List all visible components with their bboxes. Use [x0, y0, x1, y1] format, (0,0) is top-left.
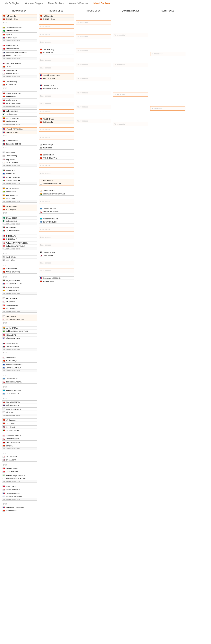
- player-name: Lubomir PISTEJ: [43, 208, 56, 210]
- flag-mx: 🇲🇽: [3, 230, 5, 232]
- match-time: Tue, 23 Nov 2021 · 18:00: [2, 348, 37, 351]
- tab-womens-singles[interactable]: Women's Singles: [22, 0, 45, 7]
- tbd-r16-5: To be decided: [76, 77, 111, 81]
- player-row: 🇮🇳 Sathiyan GNANASEKARAN: [2, 330, 37, 333]
- match-r64-45: 🇩🇪 Nina MITTELHAM 🇨🇳 Dang SIU Tue, 23 No…: [2, 441, 37, 450]
- player-row: 🇹🇷 Ibrahim GUNDUZ: [2, 44, 37, 47]
- tbd-r32-6: To be decided: [39, 94, 74, 98]
- match-r64-6: 🇲🇾 FANG Yew En Koen 🇨🇳 LIN Yu: [2, 62, 37, 68]
- flag-ru: 🇷🇺: [3, 367, 5, 368]
- player-row: 🇮🇳 Sathiyan GNANASEKARAN: [39, 192, 74, 196]
- player-row: 🇵🇱 Tomek POLANSKY: [2, 434, 37, 437]
- player-row: 🇲🇽 Melanie DIAZ: [2, 226, 37, 229]
- flag-hk: 🇭🇰: [40, 157, 42, 159]
- flag-es: 🇪🇸: [3, 120, 5, 122]
- player-name: Suthasini SAWETTABUT: [6, 245, 25, 247]
- player-name: Lubomir PISTEJ: [6, 378, 19, 380]
- tab-womens-doubles[interactable]: Women's Doubles: [66, 0, 91, 7]
- player-name: Natalia PARTYKA: [6, 488, 20, 490]
- player-name: Sathiyan GNANASEKARAN: [43, 193, 65, 195]
- tbd-r32-8: To be decided: [39, 110, 74, 114]
- flag-cn: 🇨🇳: [3, 66, 5, 68]
- flag-jp: 🇯🇵: [40, 180, 42, 182]
- match-r64-33: 🇮🇳 Manika BATRA 🇮🇳 Sathiyan GNANASEKARAN: [2, 326, 37, 333]
- flag-ro: 🇷🇴: [40, 84, 42, 86]
- tab-mens-doubles[interactable]: Men's Doubles: [45, 0, 66, 7]
- match-r32-lee-ho: 🇭🇰 LEE Ho Ching 🇭🇰 HO Kwan Kit: [39, 48, 74, 54]
- flag-eg: 🇪🇬: [3, 73, 5, 74]
- player-row: 🇪🇬 Youmna HELMY: [2, 72, 37, 75]
- player-row: 🇭🇰 LEE Ho Ching: [39, 48, 74, 51]
- flag-cn: 🇨🇳: [3, 360, 5, 362]
- player-name: Adriana DIAZ: [6, 334, 16, 336]
- tab-mixed-doubles[interactable]: Mixed Doubles: [91, 0, 113, 7]
- player-name: Pauline VERA: [6, 120, 17, 122]
- match-time: Tue, 23 Nov 2021 · 15:20: [2, 480, 37, 482]
- match-r32-ionescu: 🇷🇴 Ovidiu IONESCU 🇷🇴 Bernadette SDDCS: [39, 84, 74, 90]
- bye-11: BYE: [2, 374, 37, 376]
- player-row: 🇶🇦 Khalid ASSAR: [2, 69, 37, 72]
- flag-es: 🇪🇸: [3, 194, 5, 196]
- flag-fr: 🇫🇷: [40, 277, 42, 279]
- player-row: 🇨🇳 LIN Yu: [2, 65, 37, 68]
- match-r64-23: 🇲🇽 Melanie DIAZ 🇲🇽 Daniel GONZALEZ: [2, 226, 37, 232]
- player-row: 🇷🇴 Gora MADAMAZ: [2, 345, 37, 348]
- bye-16: BYE: [2, 502, 37, 505]
- player-row: 🇨🇳 Joyce XU: [2, 33, 37, 36]
- player-row: 🇷🇺 Marina TALIANOVA: [2, 366, 37, 370]
- seed: 2: [43, 74, 44, 76]
- flag-jp: 🇯🇵: [3, 298, 5, 299]
- player-row: 🇨🇳 LIN ZHANG: [2, 422, 37, 425]
- bye-9: BYE: [2, 322, 37, 324]
- flag-jp: 🇯🇵: [3, 411, 5, 413]
- r64-header: ROUND OF 64: [1, 9, 38, 13]
- player-name: Bruna TAKAHASHI: [6, 408, 21, 410]
- flag-cn: 🇨🇳: [40, 118, 42, 120]
- player-row: 🇧🇷 Fruts MOREDAD: [2, 29, 37, 32]
- player-row: 🇮🇳 NIKHIT KUMAR: [2, 161, 37, 164]
- player-name: Dang SIU: [6, 445, 13, 447]
- player-name: Izabela LUPULESEU: [6, 55, 22, 57]
- tab-mens-singles[interactable]: Men's Singles: [2, 0, 22, 7]
- match-r64-47: 🇹🇷 Kaha KCESACI 🇸🇬 Derek HARVEY: [2, 467, 37, 473]
- col-r32: ROUND OF 32 🇨🇳 1 LIN Yum-Ju 🇨🇳 CHENG I-C…: [38, 9, 75, 283]
- player-row: 🇹🇷 Kaha KCESACI: [2, 467, 37, 470]
- match-r64-1: 🇨🇳 1 LIN Yum-Ju 🇨🇳 CHENG I-Ching: [2, 14, 37, 21]
- flag-co: 🇨🇴: [3, 117, 5, 119]
- player-name: DOD Hoi Kem: [6, 268, 17, 270]
- player-row: 🇯🇵 Yukiya UDA: [2, 300, 37, 303]
- player-row: 🇨🇴 Juan LAMADRID: [2, 117, 37, 120]
- player-row: 🇨🇳 SUN Yingsha: [2, 208, 37, 211]
- player-name: Hana MATELOVA: [6, 438, 20, 440]
- player-row: 🇰🇷 JANG Woojin: [2, 256, 37, 258]
- player-name: Patrick FRANZISKA: [7, 128, 23, 130]
- player-row: 🇪🇸 Pauline VERA: [2, 120, 37, 123]
- flag-tw: 🇹🇼: [3, 238, 5, 240]
- flag-lv: 🇱🇻: [3, 489, 5, 490]
- match-r64-24: 🇹🇼 CHEN Sju-Yu 🇹🇼 CHEN Chun-An: [2, 234, 37, 241]
- player-row: 🇪🇸 Daniela ORTEGA: [2, 289, 37, 292]
- player-row: 🇭🇰 HO Kwan Kit: [2, 83, 37, 86]
- match-time: Tue, 23 Nov 2021 · 18:00: [2, 248, 37, 250]
- tbd-r32-14: To be decided: [39, 227, 74, 232]
- player-name: Isidora SILVA: [6, 190, 16, 192]
- flag-si: 🇸🇮: [3, 378, 5, 380]
- player-name: JANG Woojin: [6, 256, 16, 258]
- player-row: 🇵🇷 Brian AFANADOR: [2, 337, 37, 340]
- player-name: Archana Singh KAMATH: [6, 474, 25, 476]
- match-r64-29: 🇲🇽 Gustavo GOMEZ 🇪🇸 Daniela ORTEGA Tue, …: [2, 286, 37, 295]
- flag-ng: 🇳🇬: [3, 217, 5, 219]
- flag-hk: 🇭🇰: [3, 84, 5, 86]
- tbd-r16-3: To be decided: [76, 48, 111, 53]
- match-r64-42: 🇨🇳 LIN Gaoyuan 🇨🇳 LIN ZHANG: [2, 418, 37, 425]
- player-name: Yukiya UDA: [6, 300, 15, 302]
- player-row: 🇷🇺 Kirill SKACHKOV: [2, 404, 37, 407]
- player-row: 🇨🇳 1 LIN Yum-Ju: [2, 14, 37, 18]
- flag-tr: 🇹🇷: [3, 48, 5, 50]
- seed: 1: [43, 15, 44, 17]
- player-row: 🇨🇳 Feng WANG: [2, 95, 37, 98]
- player-name: Brian AFANADOR: [6, 337, 20, 339]
- match-r64-48: 🇮🇳 Archana Singh KAMATH 🇮🇳 Bharath Kamal…: [2, 474, 37, 483]
- player-name: Barbora BALAZOVA: [6, 381, 22, 383]
- player-name: Nandor ECSEKI: [6, 343, 18, 344]
